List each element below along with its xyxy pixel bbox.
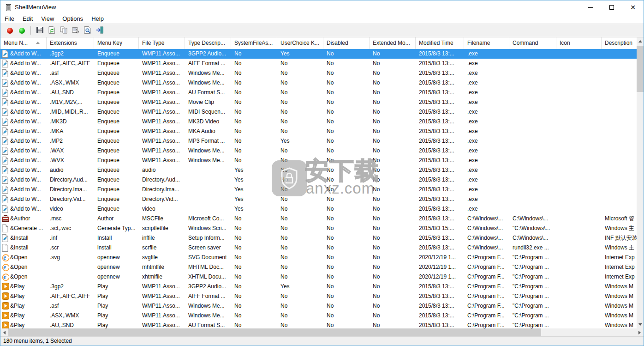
column-header-menu-key[interactable]: Menu Key xyxy=(94,37,139,49)
table-row[interactable]: &Play.AIF,.AIFC,.AIFFPlayWMP11.Asso...AI… xyxy=(0,291,638,301)
table-row[interactable]: &Add to W....AU,.SNDEnqueueWMP11.Asso...… xyxy=(0,88,638,97)
menu-help[interactable]: Help xyxy=(87,14,108,24)
find-button[interactable] xyxy=(82,25,93,36)
table-cell: &Add to W... xyxy=(0,49,47,59)
save-button[interactable] xyxy=(34,25,45,36)
table-cell: install xyxy=(94,243,139,253)
table-row[interactable]: &Add to W....MP2EnqueueWMP11.Asso...MP3 … xyxy=(0,136,638,146)
scroll-right-button[interactable] xyxy=(636,328,644,336)
table-cell: Windows 主 xyxy=(602,243,638,253)
column-header-icon[interactable]: Icon xyxy=(556,37,602,49)
table-row[interactable]: &Play.3gp2PlayWMP11.Asso...3GPP2 Audio..… xyxy=(0,282,638,291)
sort-ascending-icon xyxy=(36,42,40,44)
table-row[interactable]: &Add to W....ASX,.WMXEnqueueWMP11.Asso..… xyxy=(0,78,638,88)
menu-options[interactable]: Options xyxy=(58,14,87,24)
table-row[interactable]: &Add to W....MID,.MIDI,.R...EnqueueWMP11… xyxy=(0,107,638,117)
table-cell: No xyxy=(370,204,416,214)
table-row[interactable]: &Add to W...audioEnqueueaudioYesNoNoNo20… xyxy=(0,165,638,175)
column-header-file-type[interactable]: File Type xyxy=(139,37,185,49)
table-row[interactable]: &Add to W....MK3DEnqueueWMP11.Asso...MK3… xyxy=(0,117,638,127)
column-header-modified-time[interactable]: Modified Time xyxy=(416,37,464,49)
table-row[interactable]: &Play.AU,.SNDPlayWMP11.Asso...AU Format … xyxy=(0,321,638,328)
scroll-left-button[interactable] xyxy=(0,328,8,336)
table-row[interactable]: &Play.ASX,.WMXPlayWMP11.Asso...Windows M… xyxy=(0,311,638,321)
column-header-userchoice-k[interactable]: UserChoice K... xyxy=(277,37,323,49)
table-cell: AU Format S... xyxy=(185,321,231,328)
table-row[interactable]: &Add to W....asfEnqueueWMP11.Asso...Wind… xyxy=(0,68,638,78)
table-cell: 2015/8/3 13:... xyxy=(416,165,464,175)
column-header-disabled[interactable]: Disabled xyxy=(323,37,370,49)
properties-button[interactable] xyxy=(70,25,81,36)
table-cell xyxy=(556,117,602,127)
horizontal-scrollbar-thumb[interactable] xyxy=(8,328,541,336)
table-cell: No xyxy=(277,233,323,243)
table-row[interactable]: &Add to W...Directory.Vid...EnqueueDirec… xyxy=(0,194,638,204)
table-cell xyxy=(556,107,602,117)
column-header-command[interactable]: Command xyxy=(509,37,556,49)
table-cell: .exe xyxy=(464,127,509,136)
table-cell xyxy=(509,78,556,88)
column-header-menu-n[interactable]: Menu N... xyxy=(0,37,47,49)
column-header-systemfileas[interactable]: SystemFileAs... xyxy=(231,37,277,49)
enable-item-button[interactable] xyxy=(16,25,27,36)
table-row[interactable]: &Add to W....3gp2EnqueueWMP11.Asso...3GP… xyxy=(0,49,638,59)
minimize-button[interactable] xyxy=(580,0,601,14)
table-cell: 2015/8/3 13:... xyxy=(416,233,464,243)
table-row[interactable]: &Add to W....WVXEnqueueWMP11.Asso...Wind… xyxy=(0,156,638,165)
maximize-button[interactable] xyxy=(601,0,622,14)
table-row[interactable]: &Add to W....M1V,.M2V,...EnqueueWMP11.As… xyxy=(0,97,638,107)
horizontal-scrollbar[interactable] xyxy=(0,328,644,336)
table-row[interactable]: &Add to W....AIF,.AIFC,.AIFFEnqueueWMP11… xyxy=(0,59,638,68)
table-row[interactable]: &Install.scrinstallscrfileScreen saverNo… xyxy=(0,243,638,253)
column-header-type-descrip[interactable]: Type Descrip... xyxy=(185,37,231,49)
column-header-filename[interactable]: Filename xyxy=(464,37,509,49)
table-cell: No xyxy=(323,185,370,194)
table-cell: .3gp2 xyxy=(47,49,94,59)
table-row[interactable]: &Add to W....MKAEnqueueWMP11.Asso...MKA … xyxy=(0,127,638,136)
table-cell xyxy=(556,253,602,262)
table-cell: No xyxy=(277,291,323,301)
column-header-extended-mo[interactable]: Extended Mo... xyxy=(370,37,416,49)
table-cell: No xyxy=(231,262,277,272)
table-row[interactable]: e&Open.svgopennewsvgfileSVG DocumentNoNo… xyxy=(0,253,638,262)
table-cell: WMP11.Asso... xyxy=(139,127,185,136)
exit-icon xyxy=(95,26,104,35)
copy-button[interactable] xyxy=(58,25,69,36)
table-cell xyxy=(509,117,556,127)
table-row[interactable]: &Add to W....WAXEnqueueWMP11.Asso...Wind… xyxy=(0,146,638,156)
table-cell: No xyxy=(277,97,323,107)
table-row[interactable]: &Install.infInstallinffileSetup Inform..… xyxy=(0,233,638,243)
column-header-extensions[interactable]: Extensions xyxy=(47,37,94,49)
scroll-down-button[interactable] xyxy=(637,321,644,328)
table-row[interactable]: &Add to W...Directory.Ima...EnqueueDirec… xyxy=(0,185,638,194)
close-button[interactable]: ✕ xyxy=(622,0,644,14)
table-cell: No xyxy=(370,321,416,328)
table-row[interactable]: &Generate ....sct,.wscGenerate Typ...scr… xyxy=(0,224,638,233)
table-cell: No xyxy=(370,68,416,78)
table-row[interactable]: &Add to W...videoEnqueuevideoYesNoNoNo20… xyxy=(0,204,638,214)
table-row[interactable]: e&OpenopennewxhtmlfileXHTML Docu...NoNoN… xyxy=(0,272,638,282)
column-header-description[interactable]: Description xyxy=(602,37,638,49)
table-row[interactable]: &Add to W...Directory.Aud...EnqueueDirec… xyxy=(0,175,638,185)
table-cell: .asf xyxy=(47,68,94,78)
table-cell: &Add to W... xyxy=(0,165,47,175)
refresh-button[interactable] xyxy=(46,25,57,36)
table-cell xyxy=(509,68,556,78)
table-row[interactable]: &Play.asfPlayWMP11.Asso...Windows Me...N… xyxy=(0,301,638,311)
vertical-scrollbar[interactable] xyxy=(637,37,644,328)
menu-view[interactable]: View xyxy=(37,14,58,24)
table-cell: .exe xyxy=(464,117,509,127)
menu-file[interactable]: File xyxy=(0,14,18,24)
table-cell xyxy=(509,204,556,214)
table-row[interactable]: e&OpenopennewmhtmlfileMHTML Doc...NoNoNo… xyxy=(0,262,638,272)
disable-item-button[interactable] xyxy=(4,25,15,36)
menu-edit[interactable]: Edit xyxy=(18,14,37,24)
table-cell: &Open xyxy=(0,272,47,282)
vertical-scrollbar-thumb[interactable] xyxy=(637,46,644,92)
table-row[interactable]: &Author.mscAuthorMSCFileMicrosoft Co...N… xyxy=(0,214,638,224)
scroll-up-button[interactable] xyxy=(637,37,644,45)
table-cell: C:\Windows\... xyxy=(464,243,509,253)
table-cell: Enqueue xyxy=(94,68,139,78)
table-cell xyxy=(556,59,602,68)
exit-button[interactable] xyxy=(94,25,105,36)
